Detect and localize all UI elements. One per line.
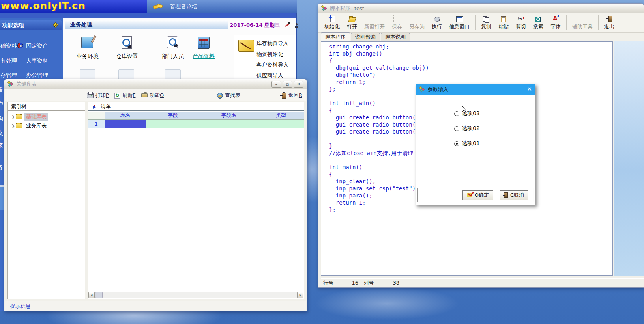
search-button[interactable]: 搜索 <box>530 13 547 32</box>
function-button[interactable]: 功能O <box>141 89 164 101</box>
sidebar-item-fixed-assets[interactable]: 固定资产 <box>26 42 48 50</box>
selected-cell[interactable] <box>105 120 146 128</box>
tab-help[interactable]: 说明帮助 <box>351 33 380 41</box>
script-titlebar[interactable]: 脚本程序 test <box>318 4 644 13</box>
shortcut-partial[interactable] <box>118 69 134 80</box>
status-message: 提示信息 <box>10 301 31 311</box>
toolbar-separator <box>598 15 599 30</box>
column-header[interactable]: 字段 <box>146 112 200 120</box>
col-number-label: 列号 <box>361 279 380 287</box>
shortcut-warehouse-setup[interactable]: 仓库设置 <box>111 35 143 60</box>
refresh-button[interactable]: ↻ 刷新F <box>114 89 135 101</box>
expander-icon[interactable]: ❯ <box>10 123 16 128</box>
font-button[interactable]: 字体 <box>547 13 564 32</box>
sidebar-edge-item[interactable]: 构 <box>0 115 3 123</box>
column-header[interactable]: 表名 <box>105 112 146 120</box>
sidebar-item-inventory[interactable]: 存管理 <box>0 71 17 79</box>
resize-grip[interactable] <box>300 305 305 310</box>
shortcut-product-data[interactable]: 产品资料 <box>188 35 219 60</box>
save-as-button[interactable]: 另存为 <box>406 13 428 32</box>
row-index-cell[interactable]: 1 <box>88 120 105 128</box>
empty-cell[interactable] <box>146 120 200 128</box>
radio-icon[interactable] <box>454 126 459 131</box>
tree-label[interactable]: 基础库表 <box>24 113 48 121</box>
copy-button[interactable]: 复制 <box>477 13 495 32</box>
menu-item-material-init[interactable]: 物资初始化 <box>256 51 283 58</box>
close-icon[interactable]: ✕ <box>527 86 532 92</box>
menu-item-stock-import[interactable]: 库存物资导入 <box>256 40 288 47</box>
script-tabs: 脚本程序 说明帮助 脚本说明 <box>321 33 411 41</box>
pin-icon[interactable] <box>53 22 58 28</box>
sidebar-edge-item[interactable]: 支 <box>0 129 3 137</box>
minimize-button[interactable]: – <box>271 81 281 88</box>
scroll-thumb[interactable] <box>95 292 103 298</box>
run-button[interactable]: 执行 <box>428 13 446 32</box>
radio-option-03[interactable]: 选项03 <box>454 110 480 117</box>
expander-icon[interactable]: ❯ <box>10 114 16 119</box>
menu-item-customer-import[interactable]: 客户资料导入 <box>256 61 288 69</box>
sidebar-edge-item[interactable]: 户 <box>0 101 3 108</box>
check-icon <box>467 193 472 197</box>
aux-tools-button[interactable]: 辅助工具 <box>569 13 596 32</box>
document-magnifier-icon <box>119 35 135 50</box>
info-window-button[interactable]: 信息窗口 <box>446 13 473 32</box>
tab-script-notes[interactable]: 脚本说明 <box>381 33 410 41</box>
col-number-value: 38 <box>380 279 402 287</box>
shortcut-label-link[interactable]: 产品资料 <box>188 53 219 60</box>
ok-button[interactable]: O确定 <box>462 190 493 200</box>
pen-tool-icon[interactable] <box>284 22 290 28</box>
sidebar-item-office[interactable]: 办公管理 <box>26 71 48 79</box>
menu-item-supplier-import[interactable]: 供应商导入 <box>256 72 283 79</box>
tab-script-program[interactable]: 脚本程序 <box>321 32 350 41</box>
column-header[interactable]: 字段名 <box>200 112 258 120</box>
find-table-button[interactable]: 查找表 <box>217 89 240 101</box>
sidebar-item-business[interactable]: 务处理 <box>0 57 17 65</box>
forum-banner[interactable]: 管理者论坛 <box>147 0 297 13</box>
sidebar-edge-item[interactable]: 售 <box>0 86 3 93</box>
horizontal-scrollbar[interactable]: ◂ ▸ <box>88 292 303 298</box>
scroll-right-button[interactable]: ▸ <box>297 292 303 298</box>
tree-label[interactable]: 业务库表 <box>24 122 48 130</box>
sidebar-item-hr[interactable]: 人事资料 <box>26 57 48 65</box>
shortcut-department-staff[interactable]: 部门人员 <box>157 35 189 60</box>
radio-icon[interactable] <box>454 111 459 116</box>
paste-button[interactable]: 粘贴 <box>495 13 512 32</box>
search-icon <box>535 16 542 22</box>
back-button[interactable]: 返回R <box>282 89 302 101</box>
save-button[interactable]: 保存 <box>388 13 406 32</box>
shortcut-partial[interactable] <box>165 69 181 80</box>
cut-button[interactable]: 剪切 <box>512 13 530 32</box>
swap-arrows-icon <box>91 104 97 109</box>
table-row[interactable]: 1 <box>88 120 304 128</box>
radio-label[interactable]: 选项01 <box>462 140 480 147</box>
dialog-titlebar[interactable]: 参数输入 ✕ <box>416 84 535 95</box>
column-header[interactable]: 类型 <box>258 112 304 120</box>
print-button[interactable]: 打印P <box>87 89 109 101</box>
disabled-icon <box>579 15 579 22</box>
open-button[interactable]: 打开 <box>343 13 361 32</box>
open-new-window-button[interactable]: 新窗打开 <box>361 13 388 32</box>
shortcut-business-env[interactable]: 业务环境 <box>72 35 103 60</box>
column-header[interactable]: - <box>88 112 105 120</box>
radio-label[interactable]: 选项02 <box>462 125 480 132</box>
radio-checked-icon[interactable] <box>454 141 459 146</box>
sidebar-item-base-data[interactable]: 础资料 <box>0 42 17 50</box>
exit-button[interactable]: 退出 <box>601 13 618 32</box>
radio-option-01[interactable]: 选项01 <box>454 140 480 147</box>
maximize-button[interactable]: ▫ <box>283 81 292 88</box>
key-tables-titlebar[interactable]: 关键库表 – ▫ ✕ <box>4 79 307 89</box>
sidebar-edge-item[interactable]: 来 <box>0 142 3 149</box>
radio-label[interactable]: 选项03 <box>462 110 480 117</box>
empty-cell[interactable] <box>200 120 258 128</box>
cancel-button[interactable]: C取消 <box>500 190 528 200</box>
shortcut-partial[interactable] <box>80 69 95 80</box>
scroll-left-button[interactable]: ◂ <box>88 292 95 298</box>
close-button[interactable]: ✕ <box>294 81 303 88</box>
sidebar-edge-item[interactable]: 务 <box>0 164 3 171</box>
empty-cell[interactable] <box>258 120 304 128</box>
init-button[interactable]: 初始化 <box>321 13 343 32</box>
tree-item-base-tables[interactable]: ❯ 基础库表 <box>8 113 48 121</box>
logout-icon[interactable] <box>294 22 299 28</box>
radio-option-02[interactable]: 选项02 <box>454 125 480 132</box>
tree-item-business-tables[interactable]: ❯ 业务库表 <box>8 122 48 130</box>
